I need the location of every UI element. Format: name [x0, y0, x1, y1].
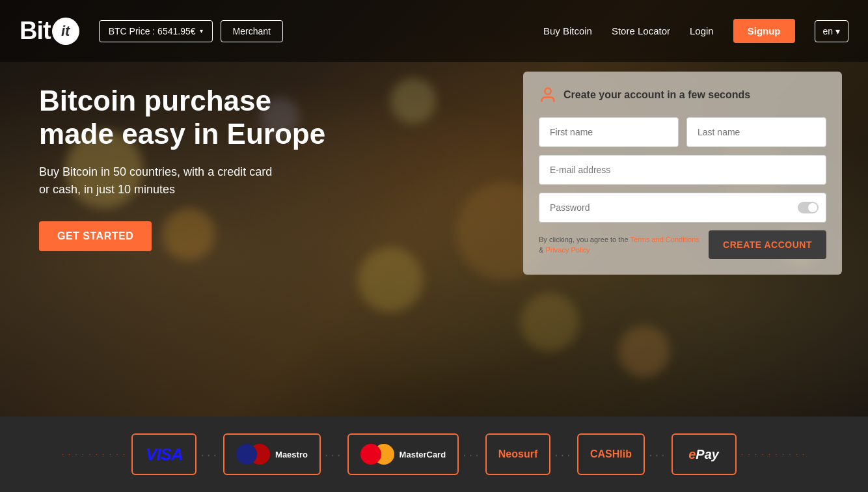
password-input[interactable] [539, 193, 826, 223]
mc-red-circle [360, 444, 381, 465]
last-name-input[interactable] [686, 117, 826, 147]
hero-content: Bitcoin purchase made easy in Europe Buy… [39, 85, 325, 251]
hero-title-line1: Bitcoin purchase [39, 85, 271, 116]
email-row [539, 155, 826, 185]
mastercard-circles [360, 444, 394, 465]
language-selector[interactable]: en ▾ [815, 20, 848, 42]
svg-point-0 [545, 89, 550, 94]
create-account-button[interactable]: CREATE ACCOUNT [709, 230, 826, 259]
signup-form: Create your account in a few seconds By … [523, 72, 842, 275]
cashlib-label: CASHlib [590, 448, 632, 460]
bokeh-light [618, 325, 670, 377]
logo-it-text: it [61, 23, 70, 40]
form-disclaimer: By clicking, you agree to the Terms and … [539, 234, 701, 256]
first-name-input[interactable] [539, 117, 679, 147]
hero-title: Bitcoin purchase made easy in Europe [39, 85, 325, 150]
payment-dots-left: · · · · · · · · · · [57, 452, 131, 458]
logo-bit-text: Bit [20, 17, 51, 45]
merchant-button[interactable]: Merchant [221, 20, 283, 42]
nav-store-locator[interactable]: Store Locator [612, 25, 670, 36]
password-toggle[interactable] [798, 202, 819, 213]
sep-dots-3: ··· [459, 447, 485, 462]
sep-dots-2: ··· [321, 447, 347, 462]
maestro-label: Maestro [275, 450, 308, 459]
hero-subtitle: Buy Bitcoin in 50 countries, with a cred… [39, 163, 325, 198]
password-row [539, 193, 826, 223]
visa-label: VISA [146, 444, 183, 465]
bokeh-light [358, 247, 423, 312]
epay-label: ePay [688, 447, 719, 462]
nav-signup-button[interactable]: Signup [733, 19, 795, 43]
header-nav: Buy Bitcoin Store Locator Login Signup e… [543, 19, 848, 43]
payment-dots-right: · · · · · · · · · · [737, 452, 811, 458]
sep-dots-5: ··· [645, 447, 671, 462]
hero-section: Bitcoin purchase made easy in Europe Buy… [0, 0, 868, 417]
nav-login[interactable]: Login [690, 25, 714, 36]
cashlib-card: CASHlib [577, 433, 645, 475]
form-header: Create your account in a few seconds [539, 86, 826, 104]
person-icon [539, 86, 557, 104]
logo-it-circle: it [52, 18, 79, 45]
disclaimer-and: & [539, 246, 545, 254]
form-actions: By clicking, you agree to the Terms and … [539, 230, 826, 259]
form-title: Create your account in a few seconds [563, 89, 750, 101]
neosurf-card: Neosurf [485, 433, 550, 475]
hero-subtitle-line1: Buy Bitcoin in 50 countries, with a cred… [39, 165, 272, 178]
bokeh-light [521, 293, 579, 351]
get-started-button[interactable]: GET STARTED [39, 221, 152, 251]
header: Bit it BTC Price : 6541.95€ ▾ Merchant B… [0, 0, 868, 62]
logo[interactable]: Bit it [20, 17, 79, 45]
privacy-link[interactable]: Privacy Policy [545, 246, 590, 254]
btc-price-label: BTC Price : 6541.95€ [109, 26, 196, 36]
maestro-blue-circle [236, 444, 257, 465]
nav-buy-bitcoin[interactable]: Buy Bitcoin [543, 25, 592, 36]
footer-payment-bar: · · · · · · · · · · VISA ··· Maestro ···… [0, 417, 868, 492]
sep-dots-4: ··· [550, 447, 577, 462]
sep-dots-1: ··· [197, 447, 223, 462]
visa-card: VISA [131, 433, 197, 475]
merchant-label: Merchant [233, 26, 271, 36]
hero-subtitle-line2: or cash, in just 10 minutes [39, 183, 175, 196]
mastercard-label: MasterCard [400, 450, 446, 459]
chevron-down-icon: ▾ [200, 27, 203, 34]
terms-link[interactable]: Terms and Conditions [630, 236, 699, 243]
disclaimer-text: By clicking, you agree to the [539, 236, 630, 243]
email-input[interactable] [539, 155, 826, 185]
neosurf-label: Neosurf [498, 448, 537, 460]
maestro-circles [236, 444, 270, 465]
hero-title-line2: made easy in Europe [39, 118, 325, 150]
maestro-card: Maestro [223, 433, 321, 475]
name-row [539, 117, 826, 147]
btc-price-button[interactable]: BTC Price : 6541.95€ ▾ [99, 20, 213, 42]
epay-card: ePay [671, 433, 737, 475]
bokeh-light [390, 78, 436, 124]
mastercard-card: MasterCard [347, 433, 459, 475]
